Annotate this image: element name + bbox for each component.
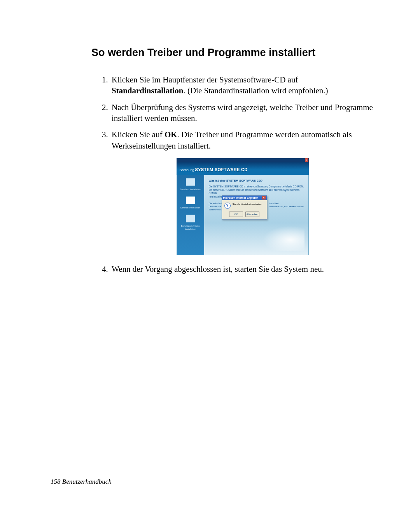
sidebar-item-standard[interactable]: Standard Installation xyxy=(178,178,203,191)
standard-install-icon xyxy=(186,178,195,186)
cd-reflection-icon xyxy=(258,224,304,251)
manual-page: So werden Treiber und Programme installi… xyxy=(0,0,420,509)
window-titlebar: × xyxy=(177,158,309,162)
brand-label: Samsung SYSTEM SOFTWARE CD xyxy=(180,167,248,173)
ok-button[interactable]: OK xyxy=(229,212,243,217)
instruction-list: Klicken Sie im Hauptfenster der Systemso… xyxy=(91,74,373,275)
step-3-bold: OK xyxy=(164,130,177,139)
dialog-body: ? Standardinstallation starten. xyxy=(222,200,267,210)
main-desc-1: Die SYSTEM-SOFTWARE-CD ist eine von Sams… xyxy=(209,185,304,188)
custom-install-icon xyxy=(186,215,195,222)
embedded-screenshot: × Samsung SYSTEM SOFTWARE CD Standard In… xyxy=(112,158,373,255)
step-3: Klicken Sie auf OK. Die Treiber und Prog… xyxy=(110,129,373,255)
sidebar-item-custom[interactable]: Benutzerdefinierte Installation xyxy=(178,215,203,231)
step-3-text-a: Klicken Sie auf xyxy=(112,130,164,139)
dialog-title-text: Microsoft Internet Explorer xyxy=(223,196,258,199)
step-1-text-b: . (Die Standardinstallation wird empfohl… xyxy=(183,86,328,95)
step-4: Wenn der Vorgang abgeschlossen ist, star… xyxy=(110,264,373,275)
right-cut-1: installiert. xyxy=(270,202,304,205)
sidebar-label-custom: Benutzerdefinierte Installation xyxy=(178,224,203,231)
brand-small: Samsung xyxy=(180,168,194,172)
confirm-dialog: Microsoft Internet Explorer × ? Standard… xyxy=(222,195,267,219)
main-desc-2: Mit dieser CD-ROM können Sie Treiber und… xyxy=(209,189,304,195)
installer-window: × Samsung SYSTEM SOFTWARE CD Standard In… xyxy=(177,158,309,255)
step-2: Nach Überprüfung des Systems wird angeze… xyxy=(110,102,373,124)
installer-sidebar: Standard Installation Minimal Installati… xyxy=(177,175,204,255)
minimal-install-icon xyxy=(186,196,195,204)
dialog-titlebar: Microsoft Internet Explorer × xyxy=(222,196,267,200)
section-heading: So werden Treiber und Programme installi… xyxy=(91,47,373,59)
page-footer: 158 Benutzerhandbuch xyxy=(51,478,112,486)
right-cut-2: rdinstallation', und setzen Sie die xyxy=(270,205,304,208)
truncated-text-right: installiert. rdinstallation', und setzen… xyxy=(270,202,304,208)
sidebar-item-minimal[interactable]: Minimal Installation xyxy=(178,196,203,209)
step-1-bold: Standardinstallation xyxy=(112,86,183,95)
main-question: Was ist eine SYSTEM-SOFTWARE-CD? xyxy=(209,179,304,183)
installer-header: Samsung SYSTEM SOFTWARE CD xyxy=(177,162,309,175)
sidebar-label-standard: Standard Installation xyxy=(178,188,203,191)
sidebar-label-minimal: Minimal Installation xyxy=(178,206,203,209)
dialog-button-row: OK Abbrechen xyxy=(222,210,267,219)
installer-body: Standard Installation Minimal Installati… xyxy=(177,175,309,255)
close-icon[interactable]: × xyxy=(305,158,308,162)
question-icon: ? xyxy=(224,203,231,209)
brand-title: SYSTEM SOFTWARE CD xyxy=(195,167,248,173)
step-1: Klicken Sie im Hauptfenster der Systemso… xyxy=(110,74,373,96)
cancel-button[interactable]: Abbrechen xyxy=(245,212,259,217)
dialog-message: Standardinstallation starten. xyxy=(233,203,262,206)
dialog-close-icon[interactable]: × xyxy=(262,196,266,199)
step-1-text-a: Klicken Sie im Hauptfenster der Systemso… xyxy=(112,75,298,84)
